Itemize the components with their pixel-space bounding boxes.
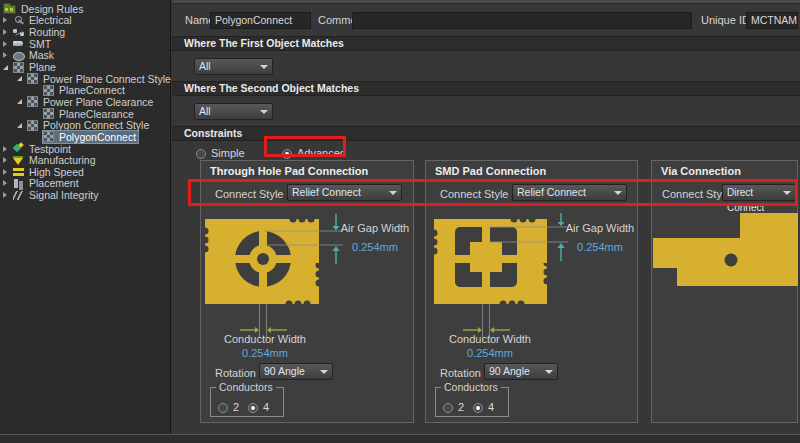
dropdown-value: Relief Connect	[292, 186, 361, 198]
smd-connect-style-dropdown[interactable]: Relief Connect	[512, 184, 627, 201]
chevron-down-icon	[260, 65, 268, 69]
collapse-arrow-icon[interactable]	[17, 123, 27, 128]
unique-id-label: Unique ID	[701, 12, 750, 29]
chevron-down-icon	[260, 110, 268, 114]
radio-label: Advanced	[297, 147, 346, 159]
expand-arrow-icon[interactable]	[3, 146, 13, 152]
first-object-matches-header: Where The First Object Matches	[172, 36, 800, 51]
tree-item-label: Design Rules	[19, 3, 85, 15]
tree-item-planeconnect[interactable]: PlaneConnect	[0, 84, 170, 96]
advanced-radio[interactable]: Advanced	[282, 143, 346, 161]
expand-arrow-icon[interactable]	[3, 41, 13, 47]
air-gap-width-value: 0.254mm	[339, 241, 411, 253]
expand-arrow-icon[interactable]	[3, 17, 13, 23]
expand-arrow-icon[interactable]	[3, 52, 13, 58]
tree-item-testpoint[interactable]: Testpoint	[0, 143, 170, 155]
radio-icon[interactable]	[218, 403, 228, 413]
bottom-divider	[0, 434, 800, 443]
dropdown-value: All	[199, 105, 211, 117]
tree-item-planeclearance[interactable]: PlaneClearance	[0, 108, 170, 120]
expand-arrow-icon[interactable]	[3, 169, 13, 175]
expand-arrow-icon[interactable]	[3, 157, 13, 163]
conductor-width-label: Conductor Width	[434, 333, 546, 345]
collapse-arrow-icon[interactable]	[17, 99, 27, 104]
air-gap-width-value: 0.254mm	[564, 241, 636, 253]
smt-icon	[13, 38, 24, 49]
conductors-2-radio[interactable]: 2	[218, 397, 239, 415]
second-object-scope-dropdown[interactable]: All	[194, 103, 273, 120]
conductor-width-value: 0.254mm	[434, 347, 546, 359]
tree-item-label: Polygon Connect Style	[41, 119, 151, 131]
tree-item-plane[interactable]: Plane	[0, 61, 170, 73]
radio-label: 2	[458, 401, 464, 413]
tree-item-manufacturing[interactable]: Manufacturing	[0, 154, 170, 166]
name-input[interactable]: PolygonConnect	[210, 12, 311, 29]
plane-checker-icon	[43, 131, 54, 142]
tree-item-label: Plane	[27, 61, 58, 73]
tree-item-placement[interactable]: Placement	[0, 178, 170, 190]
connect-style-label: Connect Style	[662, 188, 730, 200]
chevron-down-icon	[783, 191, 791, 195]
chevron-down-icon	[614, 191, 622, 195]
conductors-4-radio[interactable]: 4	[473, 397, 494, 415]
tree-item-smt[interactable]: SMT	[0, 38, 170, 50]
radio-icon[interactable]	[282, 149, 292, 159]
conductors-2-radio[interactable]: 2	[443, 397, 464, 415]
tree-item-design-rules[interactable]: Design Rules	[0, 3, 170, 15]
air-gap-width-label: Air Gap Width	[564, 222, 636, 234]
air-gap-width-label: Air Gap Width	[339, 222, 411, 234]
tree-item-power-plane-clearance[interactable]: Power Plane Clearance	[0, 96, 170, 108]
through-hole-connect-style-dropdown[interactable]: Relief Connect	[287, 184, 402, 201]
tree-item-high-speed[interactable]: High Speed	[0, 166, 170, 178]
radio-icon[interactable]	[443, 403, 453, 413]
tree-item-routing[interactable]: Routing	[0, 26, 170, 38]
placement-icon	[13, 178, 24, 189]
first-object-scope-dropdown[interactable]: All	[194, 58, 273, 75]
panel-title: SMD Pad Connection	[435, 165, 546, 177]
tree-item-label: PolygonConnect	[57, 131, 138, 143]
conductors-4-radio[interactable]: 4	[248, 397, 269, 415]
unique-id-input[interactable]: MCTNAMFK	[746, 12, 798, 29]
radio-icon[interactable]	[248, 403, 258, 413]
simple-radio[interactable]: Simple	[196, 143, 245, 161]
high-speed-icon	[13, 166, 24, 177]
expand-arrow-icon[interactable]	[3, 180, 13, 186]
radio-icon[interactable]	[196, 149, 206, 159]
comment-input[interactable]	[352, 12, 692, 29]
collapse-arrow-icon[interactable]	[17, 76, 27, 81]
plane-checker-icon	[27, 96, 38, 107]
expand-arrow-icon[interactable]	[3, 29, 13, 35]
rotation-label: Rotation	[215, 367, 256, 379]
constraints-header: Constraints	[172, 126, 800, 141]
via-connect-style-dropdown[interactable]: Direct Connect	[722, 184, 796, 201]
tree-item-label: Power Plane Clearance	[41, 96, 155, 108]
conductor-width-value: 0.254mm	[209, 347, 321, 359]
tree-item-polygonconnect-selected[interactable]: PolygonConnect	[0, 131, 170, 143]
rotation-dropdown[interactable]: 90 Angle	[484, 363, 558, 380]
tree-item-electrical[interactable]: Electrical	[0, 15, 170, 27]
radio-label: 2	[233, 401, 239, 413]
tree-item-signal-integrity[interactable]: Signal Integrity	[0, 189, 170, 201]
tree-item-polygon-connect-style[interactable]: Polygon Connect Style	[0, 119, 170, 131]
panel-title: Via Connection	[661, 165, 741, 177]
rotation-label: Rotation	[440, 367, 481, 379]
tree-item-mask[interactable]: Mask	[0, 50, 170, 62]
collapse-arrow-icon[interactable]	[3, 65, 13, 70]
rotation-dropdown[interactable]: 90 Angle	[259, 363, 333, 380]
plane-checker-icon	[43, 108, 54, 119]
via-connection-panel: Via Connection Connect Style Direct Conn…	[651, 160, 798, 423]
expand-arrow-icon[interactable]	[3, 192, 13, 198]
tree-item-label: High Speed	[27, 166, 86, 178]
connect-style-label: Connect Style	[440, 188, 508, 200]
smd-pad-connection-panel: SMD Pad Connection Connect Style Relief …	[425, 160, 638, 423]
radio-icon[interactable]	[473, 403, 483, 413]
tree-item-power-plane-connect-style[interactable]: Power Plane Connect Style	[0, 73, 170, 85]
tree-item-label: Mask	[27, 49, 56, 61]
connect-style-label: Connect Style	[215, 188, 283, 200]
rule-editor-panel: Name PolygonConnect Comment Unique ID MC…	[172, 0, 800, 443]
plane-checker-icon	[13, 62, 24, 73]
tree-item-label: SMT	[27, 38, 53, 50]
tree-item-label: Testpoint	[27, 143, 73, 155]
routing-icon	[13, 27, 24, 38]
conductors-group-label: Conductors	[441, 381, 501, 393]
